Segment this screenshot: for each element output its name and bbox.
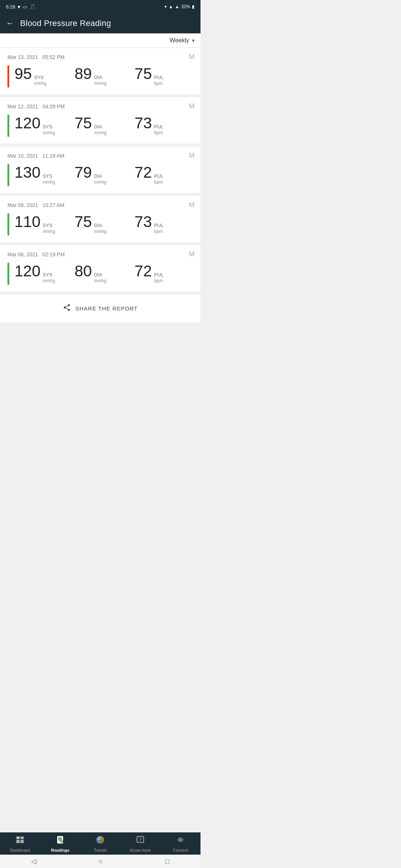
reading-card[interactable]: Mar 12, 2021 04:28 PM M 120 SYS mmhg 75 … [0,97,200,144]
card-metrics: 95 SYS mmhg 89 DIA mmhg 75 PU [0,65,195,88]
pul-label: PUL bpm [154,173,163,185]
reading-card[interactable]: Mar 10, 2021 11:18 AM M 130 SYS mmhg 79 … [0,147,200,193]
card-datetime: Mar 13, 2021 05:52 PM [7,54,65,60]
card-metrics: 120 SYS mmhg 75 DIA mmhg 73 P [0,115,195,137]
card-badge: M [189,152,195,160]
card-header: Mar 10, 2021 11:18 AM M [0,152,195,160]
filter-label: Weekly [170,37,189,44]
status-indicator [7,164,9,186]
pul-label: PUL bpm [154,124,163,136]
weekly-filter[interactable]: Weekly ▾ [170,37,195,44]
share-label: SHARE THE REPORT [75,305,138,312]
status-indicator [7,65,9,88]
sys-label: SYS mmhg [43,173,55,185]
pul-value: 72 [134,263,152,279]
sys-value: 130 [14,165,40,180]
reading-card[interactable]: Mar 09, 2021 10:27 AM M 110 SYS mmhg 75 … [0,196,200,242]
status-left: 6:28 ♥ ▭ 🎵 [6,4,35,10]
sys-label: SYS mmhg [43,223,55,234]
card-badge: M [189,102,195,110]
reading-card[interactable]: Mar 08, 2021 02:19 PM M 120 SYS mmhg 80 … [0,245,200,292]
card-badge: M [189,250,195,258]
sys-value: 120 [14,115,40,131]
dia-value: 75 [75,115,92,131]
wifi-icon: ▾ [164,4,167,9]
status-bar: 6:28 ♥ ▭ 🎵 ▾ ▲ ▲ 32% ▮ [0,0,200,13]
reading-card[interactable]: Mar 13, 2021 05:52 PM M 95 SYS mmhg 89 D… [0,48,200,94]
battery-percentage: 32% [181,4,190,9]
pul-metric: 75 PUL bpm [134,66,195,86]
card-badge: M [189,53,195,61]
dia-label: DIA mmhg [94,173,106,185]
dia-metric: 80 DIA mmhg [75,263,135,284]
back-button[interactable]: ← [6,19,14,28]
card-datetime: Mar 10, 2021 11:18 AM [7,153,64,159]
dia-value: 75 [75,214,92,230]
pul-value: 73 [134,214,152,230]
status-indicator [7,263,9,285]
readings-list: Mar 13, 2021 05:52 PM M 95 SYS mmhg 89 D… [0,48,200,292]
dia-metric: 79 DIA mmhg [75,165,135,185]
sys-value: 95 [14,66,32,82]
dia-metric: 75 DIA mmhg [75,115,135,136]
monitor-icon: ▭ [23,4,27,10]
dropdown-arrow-icon: ▾ [192,37,195,43]
heart-icon: ♥ [17,4,20,10]
card-metrics: 130 SYS mmhg 79 DIA mmhg 72 P [0,164,195,186]
card-datetime: Mar 09, 2021 10:27 AM [7,202,64,208]
signal-icon: ▲ [169,4,173,9]
share-section[interactable]: SHARE THE REPORT [0,295,200,322]
card-metrics: 110 SYS mmhg 75 DIA mmhg 73 P [0,213,195,236]
sys-value: 120 [14,263,40,279]
card-badge: M [189,201,195,209]
sys-value: 110 [14,214,40,230]
sys-label: SYS mmhg [34,75,46,86]
dia-value: 79 [75,165,92,180]
card-header: Mar 12, 2021 04:28 PM M [0,102,195,110]
dia-metric: 89 DIA mmhg [75,66,135,86]
pul-value: 75 [134,66,152,82]
pul-value: 72 [134,165,152,180]
pul-label: PUL bpm [154,223,163,234]
card-header: Mar 08, 2021 02:19 PM M [0,250,195,258]
content-wrapper: Weekly ▾ Mar 13, 2021 05:52 PM M 95 SYS … [0,33,200,352]
sys-metric: 110 SYS mmhg [14,214,75,234]
sys-label: SYS mmhg [43,124,55,136]
card-header: Mar 13, 2021 05:52 PM M [0,53,195,61]
filter-bar: Weekly ▾ [0,33,200,48]
signal-icon-2: ▲ [175,4,179,9]
pul-metric: 72 PUL bpm [134,165,195,185]
dia-label: DIA mmhg [94,223,106,234]
dia-metric: 75 DIA mmhg [75,214,135,234]
pul-value: 73 [134,115,152,131]
sys-metric: 130 SYS mmhg [14,165,75,185]
sys-metric: 120 SYS mmhg [14,263,75,284]
pul-metric: 72 PUL bpm [134,263,195,284]
dia-label: DIA mmhg [94,124,106,136]
pul-metric: 73 PUL bpm [134,214,195,234]
card-metrics: 120 SYS mmhg 80 DIA mmhg 72 P [0,263,195,285]
card-datetime: Mar 12, 2021 04:28 PM [7,103,65,109]
dia-label: DIA mmhg [94,272,106,284]
dia-value: 80 [75,263,92,279]
battery-icon: ▮ [192,4,195,9]
card-datetime: Mar 08, 2021 02:19 PM [7,251,65,257]
pul-label: PUL bpm [154,272,163,284]
sys-label: SYS mmhg [43,272,55,284]
sys-metric: 120 SYS mmhg [14,115,75,136]
sys-metric: 95 SYS mmhg [14,66,75,86]
status-indicator [7,213,9,236]
pul-label: PUL bpm [154,75,163,86]
app-header: ← Blood Pressure Reading [0,13,200,33]
dia-label: DIA mmhg [94,75,106,86]
page-title: Blood Pressure Reading [20,19,111,28]
share-icon [63,303,71,313]
card-header: Mar 09, 2021 10:27 AM M [0,201,195,209]
status-right: ▾ ▲ ▲ 32% ▮ [164,4,195,9]
status-indicator [7,115,9,137]
dia-value: 89 [75,66,92,82]
pul-metric: 73 PUL bpm [134,115,195,136]
music-icon: 🎵 [29,4,35,10]
time-display: 6:28 [6,4,15,10]
